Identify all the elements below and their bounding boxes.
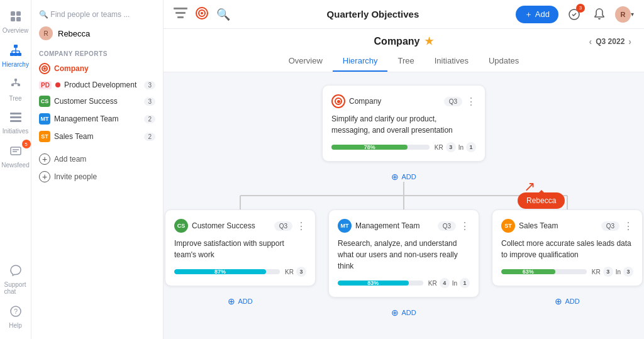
management-count: 2 (144, 115, 155, 123)
sales-avatar: ST (39, 131, 50, 142)
root-add-button[interactable]: ⊕ ADD (391, 172, 416, 182)
next-quarter-button[interactable]: › (628, 36, 631, 47)
product-label: Product Development (64, 81, 136, 89)
card-header: CS Customer Success Q3 ⋮ (174, 219, 306, 233)
sidebar: 🔍 Find people or teams ... R Rebecca COM… (31, 0, 164, 339)
user-profile[interactable]: R Rebecca (31, 23, 163, 44)
svg-text:?: ? (13, 308, 17, 315)
sidebar-item-support[interactable]: Support chat (2, 260, 30, 299)
progress-container: 78% (331, 145, 430, 150)
user-tooltip: Rebecca (518, 192, 565, 209)
sidebar-item-hierarchy[interactable]: Hierarchy (2, 40, 30, 72)
card-objective: Improve satisfaction with support team's… (174, 238, 306, 260)
quarter-label: Q3 2022 (596, 37, 625, 46)
product-prefix: PD (39, 81, 52, 89)
okr-card-management: MT Management Team Q3 ⋮ Research, analyz… (328, 209, 479, 297)
add-label: ADD (238, 297, 252, 305)
sidebar-item-newsfeed[interactable]: 5 Newsfeed (2, 141, 30, 172)
kr-label: KR (428, 280, 437, 287)
svg-rect-3 (16, 17, 21, 21)
hierarchy-label: Hierarchy (2, 61, 29, 68)
child-add-button[interactable]: ⊕ ADD (555, 296, 579, 306)
child-add-section: ⊕ ADD (391, 303, 416, 318)
card-quarter: Q3 (601, 221, 619, 231)
newsfeed-icon (9, 145, 22, 160)
customer-label: Customer Success (54, 97, 118, 106)
card-progress: 78% KR 3 In 1 (331, 142, 476, 152)
hierarchy-icon (9, 44, 22, 60)
progress-container: 83% (338, 281, 423, 286)
sidebar-item-help[interactable]: ? Help (2, 301, 30, 333)
root-okr-card: Company Q3 ⋮ Simplify and clarify our pr… (322, 85, 486, 162)
tree-icon (9, 78, 22, 94)
sidebar-item-management[interactable]: MT Management Team 2 (31, 110, 163, 128)
progress-container: 87% (174, 269, 280, 274)
card-menu-button[interactable]: ⋮ (296, 220, 306, 232)
notifications-button[interactable] (590, 5, 609, 24)
tab-updates[interactable]: Updates (479, 51, 529, 72)
target-filter-icon[interactable] (195, 6, 209, 22)
progress-bg: 83% (338, 281, 423, 286)
main-content: 🔍 Quarterly Objectives ＋ Add 3 (164, 0, 644, 339)
svg-rect-6 (14, 53, 18, 56)
company-target-icon (39, 63, 50, 74)
add-button[interactable]: ＋ Add (516, 6, 558, 23)
tab-hierarchy[interactable]: Hierarchy (333, 51, 388, 72)
svg-rect-23 (11, 147, 21, 155)
search-input[interactable]: 🔍 Find people or teams ... (31, 6, 163, 23)
add-plus-icon: ＋ (525, 9, 533, 20)
activities-badge: 3 (576, 4, 585, 13)
company-title: Company (374, 36, 420, 47)
search-icon[interactable]: 🔍 (216, 8, 230, 21)
card-objective: Collect more accurate sales leads data t… (501, 238, 633, 260)
tab-initiatives[interactable]: Initiatives (425, 51, 479, 72)
add-circle-icon: ⊕ (228, 296, 235, 306)
sidebar-item-initiatives[interactable]: Initiatives (2, 108, 30, 138)
sidebar-item-company[interactable]: Company (31, 60, 163, 77)
section-label: COMPANY REPORTS (31, 44, 163, 60)
product-count: 3 (144, 81, 155, 89)
initiatives-icon (9, 112, 22, 126)
filter-icon[interactable] (174, 8, 187, 21)
kr-label: KR (285, 269, 294, 275)
card-menu-button[interactable]: ⋮ (466, 96, 476, 108)
sidebar-item-overview[interactable]: Overview (2, 6, 30, 38)
add-label: ADD (401, 309, 416, 316)
prev-quarter-button[interactable]: ‹ (589, 36, 592, 47)
svg-rect-7 (18, 53, 21, 56)
sidebar-item-tree[interactable]: Tree (2, 74, 30, 106)
svg-rect-29 (175, 12, 186, 14)
svg-rect-5 (10, 53, 14, 56)
sidebar-item-product[interactable]: PD Product Development 3 (31, 77, 163, 92)
card-menu-button[interactable]: ⋮ (460, 220, 470, 232)
kr-label: KR (435, 144, 443, 151)
svg-rect-1 (16, 11, 21, 16)
company-card-icon (331, 94, 345, 108)
newsfeed-badge: 5 (22, 140, 31, 148)
invite-people-button[interactable]: + Invite people (31, 168, 163, 186)
card-kr-in: KR 3 (285, 267, 306, 277)
tree-label: Tree (9, 95, 21, 102)
kr-label: KR (592, 269, 601, 275)
progress-pct: 83% (367, 281, 379, 286)
sidebar-item-customer[interactable]: CS Customer Success 3 (31, 92, 163, 110)
card-menu-button[interactable]: ⋮ (623, 220, 633, 232)
overview-label: Overview (3, 27, 29, 34)
star-icon[interactable]: ★ (425, 35, 433, 47)
add-team-icon: + (39, 153, 50, 165)
activities-button[interactable]: 3 (565, 5, 584, 24)
initiatives-label: Initiatives (3, 128, 29, 135)
card-team-name: Management Team (355, 221, 434, 230)
user-menu-button[interactable]: R ▾ (615, 5, 634, 24)
tab-overview[interactable]: Overview (279, 51, 333, 72)
svg-rect-30 (177, 16, 184, 18)
sidebar-item-sales[interactable]: ST Sales Team 2 (31, 128, 163, 145)
add-circle-icon: ⊕ (391, 172, 399, 182)
child-add-button[interactable]: ⊕ ADD (391, 308, 416, 318)
add-team-button[interactable]: + Add team (31, 150, 163, 168)
child-sales: ST Sales Team Q3 ⋮ Collect more accurate… (492, 209, 643, 306)
tab-tree[interactable]: Tree (387, 51, 424, 72)
sales-label: Sales Team (54, 132, 93, 141)
child-add-button[interactable]: ⊕ ADD (228, 296, 252, 306)
card-progress: 87% KR 3 (174, 267, 306, 277)
